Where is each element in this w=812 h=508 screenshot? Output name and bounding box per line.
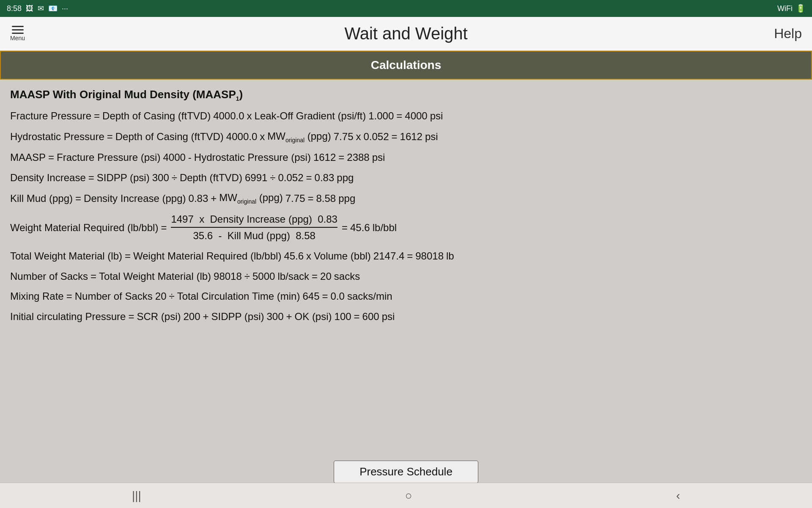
wifi-icon: WiFi [777,4,793,13]
nav-menu-icon[interactable]: ||| [132,489,141,502]
density-increase-row: Density Increase = SIDPP (psi) 300 ÷ Dep… [10,171,802,185]
maasp-row: MAASP = Fracture Pressure (psi) 4000 - H… [10,150,802,165]
density-increase-label: Density Increase [10,171,86,185]
maasp-label: MAASP [10,150,46,165]
kill-mud-row: Kill Mud (ppg) = Density Increase (ppg) … [10,190,802,206]
status-msg-icon: ✉ [38,4,44,13]
status-photo-icon: 🖼 [26,4,33,13]
kill-mud-label: Kill Mud (ppg) [10,191,73,206]
status-right: WiFi 🔋 [777,4,805,13]
menu-button[interactable]: Menu [10,26,25,41]
hydrostatic-pressure-label: Hydrostatic Pressure [10,130,104,144]
fracture-pressure-label: Fracture Pressure [10,109,91,123]
status-bar: 8:58 🖼 ✉ 📧 ··· WiFi 🔋 [0,0,812,17]
nav-home-icon[interactable]: ○ [405,489,412,502]
nav-bar: ||| ○ ‹ [0,483,812,508]
menu-label: Menu [10,35,25,41]
hydrostatic-pressure-row: Hydrostatic Pressure = Depth of Casing (… [10,129,802,144]
nav-back-icon[interactable]: ‹ [676,489,680,502]
help-button[interactable]: Help [774,26,802,41]
status-time: 8:58 [7,4,22,13]
initial-circulating-pressure-label: Initial circulating Pressure [10,309,126,324]
pressure-schedule-button[interactable]: Pressure Schedule [334,461,478,483]
hamburger-icon[interactable] [12,26,24,34]
status-mail-icon: 📧 [48,4,58,13]
fraction-denominator: 35.6 - Kill Mud (ppg) 8.58 [193,228,315,243]
initial-circulating-pressure-row: Initial circulating Pressure = SCR (psi)… [10,309,802,324]
mixing-rate-label: Mixing Rate [10,289,64,304]
total-weight-material-label: Total Weight Material (lb) [10,249,122,263]
calculations-label: Calculations [371,58,441,72]
mixing-rate-row: Mixing Rate = Number of Sacks 20 ÷ Total… [10,289,802,304]
page-title: Wait and Weight [344,24,467,43]
total-weight-material-row: Total Weight Material (lb) = Weight Mate… [10,249,802,263]
fracture-pressure-row: Fracture Pressure = Depth of Casing (ftT… [10,109,802,123]
fraction: 1497 x Density Increase (ppg) 0.83 35.6 … [171,212,337,243]
main-content: MAASP With Original Mud Density (MAASP1)… [0,80,812,456]
section-title: MAASP With Original Mud Density (MAASP1) [10,88,802,102]
app-bar: Menu Wait and Weight Help [0,17,812,51]
battery-icon: 🔋 [796,4,805,13]
weight-material-required-label: Weight Material Required (lb/bbl) [10,221,158,235]
fraction-numerator: 1497 x Density Increase (ppg) 0.83 [171,212,337,228]
status-more-icon: ··· [62,4,68,13]
weight-material-required-row: Weight Material Required (lb/bbl) = 1497… [10,212,802,243]
calculations-header: Calculations [0,51,812,80]
status-left: 8:58 🖼 ✉ 📧 ··· [7,4,68,13]
number-of-sacks-row: Number of Sacks = Total Weight Material … [10,269,802,284]
number-of-sacks-label: Number of Sacks [10,269,88,284]
